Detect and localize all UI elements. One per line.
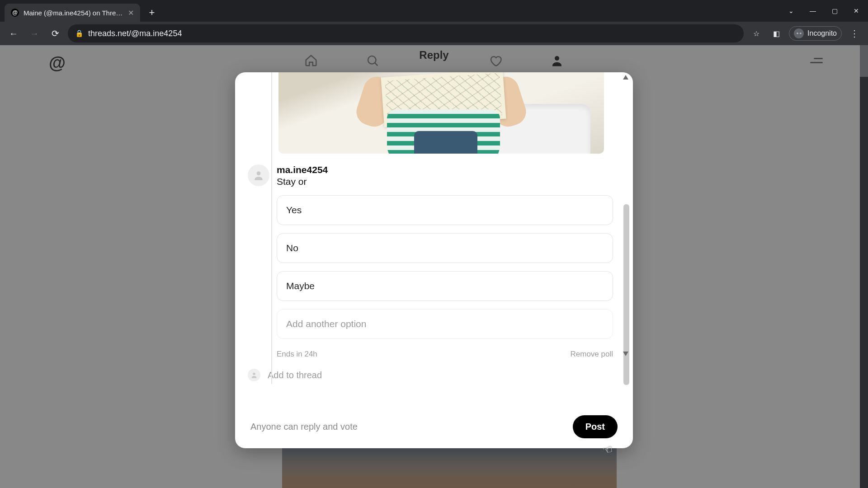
tabs-dropdown-icon[interactable]: ⌄ bbox=[782, 4, 800, 18]
composer-footer: Anyone can reply and vote Post bbox=[235, 405, 633, 448]
reply-composer-modal: ma.ine4254 Stay or Yes No Maybe Add anot… bbox=[235, 72, 633, 448]
poll-option-1-input[interactable]: Yes bbox=[277, 195, 613, 225]
thread-connector-line bbox=[271, 72, 272, 384]
maximize-button[interactable]: ▢ bbox=[826, 4, 844, 18]
poll-add-option-input[interactable]: Add another option bbox=[277, 309, 613, 339]
reload-button[interactable]: ⟳ bbox=[47, 25, 63, 42]
url-text: threads.net/@ma.ine4254 bbox=[88, 29, 182, 38]
new-tab-button[interactable]: + bbox=[144, 5, 160, 21]
page-scrollbar-thumb[interactable] bbox=[860, 45, 868, 77]
incognito-label: Incognito bbox=[807, 29, 837, 38]
browser-tab[interactable]: @ Maine (@ma.ine4254) on Threads ✕ bbox=[5, 4, 140, 22]
add-to-thread-label: Add to thread bbox=[268, 370, 322, 380]
incognito-icon: 👓 bbox=[794, 28, 804, 38]
modal-scroll-area[interactable]: ma.ine4254 Stay or Yes No Maybe Add anot… bbox=[235, 72, 633, 405]
close-window-button[interactable]: ✕ bbox=[847, 4, 865, 18]
bookmark-star-icon[interactable]: ☆ bbox=[748, 25, 764, 42]
poll-editor: Yes No Maybe Add another option Ends in … bbox=[277, 195, 613, 359]
panel-toggle-icon[interactable]: ◧ bbox=[768, 25, 784, 42]
forward-button[interactable]: → bbox=[26, 25, 42, 42]
quoted-post-image bbox=[278, 72, 604, 154]
close-tab-icon[interactable]: ✕ bbox=[128, 9, 134, 17]
scroll-up-arrow-icon[interactable] bbox=[623, 75, 628, 80]
composer-text-input[interactable]: Stay or bbox=[277, 176, 613, 187]
tab-strip: @ Maine (@ma.ine4254) on Threads ✕ + ⌄ ―… bbox=[0, 0, 868, 22]
tab-title: Maine (@ma.ine4254) on Threads bbox=[24, 9, 123, 17]
page-scrollbar[interactable] bbox=[860, 45, 868, 488]
back-button[interactable]: ← bbox=[5, 25, 22, 42]
composer-username[interactable]: ma.ine4254 bbox=[277, 164, 613, 175]
user-avatar-small bbox=[248, 369, 260, 381]
remove-poll-button[interactable]: Remove poll bbox=[571, 350, 613, 359]
browser-menu-button[interactable]: ⋮ bbox=[846, 28, 863, 39]
svg-point-4 bbox=[253, 373, 255, 375]
minimize-button[interactable]: ― bbox=[804, 4, 822, 18]
url-input[interactable]: 🔒 threads.net/@ma.ine4254 bbox=[68, 24, 744, 42]
threads-favicon: @ bbox=[11, 9, 19, 17]
poll-option-2-input[interactable]: No bbox=[277, 233, 613, 263]
window-controls: ⌄ ― ▢ ✕ bbox=[782, 4, 865, 18]
poll-option-3-input[interactable]: Maybe bbox=[277, 271, 613, 301]
composer-row: ma.ine4254 Stay or Yes No Maybe Add anot… bbox=[248, 164, 613, 359]
user-avatar[interactable] bbox=[248, 164, 269, 186]
incognito-chip[interactable]: 👓 Incognito bbox=[789, 26, 842, 41]
page-viewport: @ Reply bbox=[0, 45, 868, 488]
poll-duration-label: Ends in 24h bbox=[277, 350, 317, 359]
lock-icon: 🔒 bbox=[75, 29, 84, 38]
post-button[interactable]: Post bbox=[573, 415, 618, 438]
modal-scrollbar-thumb[interactable] bbox=[623, 204, 629, 385]
svg-point-3 bbox=[257, 171, 261, 175]
scroll-down-arrow-icon[interactable] bbox=[623, 352, 628, 356]
reply-permission-button[interactable]: Anyone can reply and vote bbox=[250, 422, 358, 432]
address-bar: ← → ⟳ 🔒 threads.net/@ma.ine4254 ☆ ◧ 👓 In… bbox=[0, 22, 868, 45]
add-to-thread-row[interactable]: Add to thread bbox=[248, 369, 613, 381]
